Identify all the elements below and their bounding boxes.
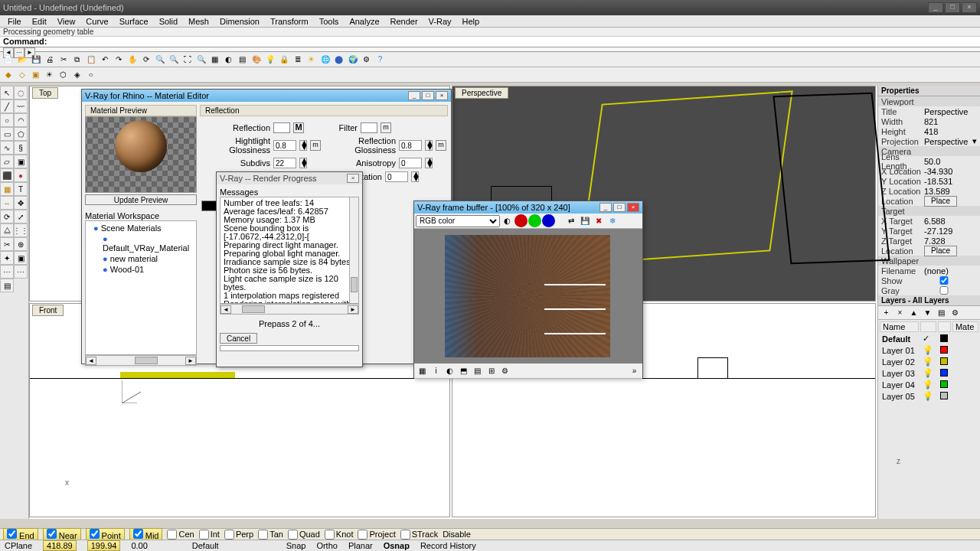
help-icon[interactable]: ? (374, 53, 387, 66)
open-icon[interactable]: 📂 (15, 53, 28, 66)
rect-icon[interactable]: ▭ (0, 127, 14, 141)
line-icon[interactable]: ╱ (0, 99, 14, 113)
window-maximize[interactable]: □ (945, 2, 960, 13)
tree-newmat[interactable]: new material (87, 253, 194, 264)
tree-wood[interactable]: Wood-01 (87, 264, 194, 275)
window-close[interactable]: × (962, 2, 977, 13)
layer-row[interactable]: Layer 03💡 (880, 368, 978, 378)
reflection-map-button[interactable]: M (293, 122, 304, 133)
menu-help[interactable]: Help (458, 17, 485, 26)
place-target-button[interactable]: Place (924, 246, 957, 256)
light-icon[interactable]: 💡 (263, 53, 276, 66)
tb2-7-icon[interactable]: ○ (84, 68, 97, 81)
tb2-2-icon[interactable]: ◇ (15, 68, 28, 81)
subdivs-spinner[interactable]: ▲▼ (299, 158, 307, 168)
reflection-color[interactable] (273, 122, 290, 133)
tb2-3-icon[interactable]: ▣ (29, 68, 42, 81)
undo-icon[interactable]: ↶ (98, 53, 111, 66)
mesh-icon[interactable]: ▦ (0, 182, 14, 196)
srf-icon[interactable]: ▱ (0, 155, 14, 168)
menu-surface[interactable]: Surface (115, 17, 153, 26)
fb-green-icon[interactable] (528, 214, 541, 227)
sun-icon[interactable]: ☀ (305, 53, 318, 66)
hglossy-input[interactable] (273, 140, 296, 151)
circle-icon[interactable]: ○ (0, 113, 14, 127)
fb-clone-icon[interactable]: ❄ (606, 214, 619, 227)
viewport-front-label[interactable]: Front (32, 305, 64, 316)
fb-tool1-icon[interactable]: ▦ (416, 364, 429, 377)
properties-header[interactable]: Properties (878, 86, 980, 96)
join-icon[interactable]: ⊕ (14, 237, 28, 251)
redo-icon[interactable]: ↷ (112, 53, 125, 66)
menu-edit[interactable]: Edit (28, 17, 51, 26)
world-icon[interactable]: 🌐 (318, 53, 332, 66)
polyline-icon[interactable]: 〰 (14, 99, 28, 113)
menu-dimension[interactable]: Dimension (215, 17, 264, 26)
tb2-1-icon[interactable]: ◆ (2, 68, 15, 81)
curve-icon[interactable]: ∿ (0, 141, 14, 155)
menu-solid[interactable]: Solid (155, 17, 182, 26)
new-icon[interactable]: 📄 (2, 53, 15, 66)
menu-analyze[interactable]: Analyze (345, 17, 384, 26)
options-icon[interactable]: ⚙ (360, 53, 373, 66)
subdivs-input[interactable] (273, 158, 296, 168)
osnap-quad[interactable] (288, 530, 298, 540)
tree-scene[interactable]: Scene Materials (87, 223, 194, 233)
frame-buffer-titlebar[interactable]: V-Ray frame buffer - [100% of 320 x 240]… (414, 201, 642, 214)
menu-file[interactable]: File (3, 17, 26, 26)
mateditor-max-icon[interactable]: □ (422, 91, 434, 100)
fb-gray-icon[interactable]: ◐ (501, 214, 514, 227)
layer-row[interactable]: Layer 04💡 (880, 380, 978, 390)
prop-ytarget[interactable]: -27.129 (924, 227, 977, 236)
cut-icon[interactable]: ✂ (57, 53, 70, 66)
fb-tool4-icon[interactable]: ⬒ (457, 364, 470, 377)
hglossy-spinner[interactable]: ▲▼ (299, 140, 307, 151)
trim-icon[interactable]: ✂ (0, 237, 14, 251)
tree-default[interactable]: Default_VRay_Material (87, 233, 194, 253)
sphere-icon[interactable]: ⬤ (332, 53, 345, 66)
paste-icon[interactable]: 📋 (84, 53, 97, 66)
fb-tool3-icon[interactable]: ◐ (443, 364, 456, 377)
layer-new-icon[interactable]: + (880, 306, 893, 319)
status-layer[interactable]: Default (192, 541, 219, 550)
box-icon[interactable]: ⬛ (0, 168, 14, 182)
rotation-input[interactable] (385, 171, 408, 182)
material-editor-titlebar[interactable]: V-Ray for Rhino -- Material Editor _ □ × (82, 90, 451, 102)
pointer-icon[interactable]: ↖ (0, 86, 14, 99)
menu-vray[interactable]: V-Ray (424, 17, 456, 26)
viewport-top-label[interactable]: Top (32, 87, 58, 99)
osnap-cen[interactable] (167, 530, 177, 540)
fb-red-icon[interactable] (514, 214, 528, 227)
command-line[interactable]: Command: (0, 37, 980, 47)
osnap-perp[interactable] (224, 530, 234, 540)
shade-icon[interactable]: ◐ (222, 53, 235, 66)
text-icon[interactable]: T (14, 182, 28, 196)
render-icon[interactable]: 🎨 (250, 53, 263, 66)
fb-switch-icon[interactable]: ⇄ (564, 214, 577, 227)
pan-icon[interactable]: ✋ (126, 53, 139, 66)
projection-dropdown-icon[interactable]: ▾ (972, 136, 977, 146)
tb2-6-icon[interactable]: ◈ (70, 68, 83, 81)
rglossy-spinner[interactable]: ▲▼ (425, 140, 433, 151)
sphere-tool-icon[interactable]: ● (14, 168, 28, 182)
reflection-section[interactable]: Reflection (200, 105, 448, 116)
status-planar[interactable]: Planar (348, 541, 373, 550)
lasso-icon[interactable]: ◌ (14, 86, 28, 99)
status-record[interactable]: Record History (420, 541, 476, 550)
tb2-4-icon[interactable]: ☀ (43, 68, 56, 81)
fb-tool2-icon[interactable]: i (430, 364, 443, 377)
lock-icon[interactable]: 🔒 (277, 53, 290, 66)
zoom-window-icon[interactable]: 🔍 (167, 53, 180, 66)
menu-render[interactable]: Render (386, 17, 423, 26)
zoom-sel-icon[interactable]: 🔍 (194, 53, 207, 66)
msg-vscroll[interactable] (349, 197, 358, 303)
prop-filename[interactable]: (none) (924, 266, 977, 276)
messages-box[interactable]: Number of tree leafs: 14 Average faces/l… (220, 197, 359, 304)
channel-select[interactable]: RGB color (416, 215, 500, 227)
layer-icon[interactable]: ≣ (291, 53, 304, 66)
menu-mesh[interactable]: Mesh (184, 17, 214, 26)
layer-row[interactable]: Layer 02💡 (880, 357, 978, 367)
prop-xloc[interactable]: -34.930 (924, 167, 977, 176)
show-checkbox[interactable] (911, 276, 977, 285)
layers-col-name[interactable]: Name (880, 321, 919, 332)
